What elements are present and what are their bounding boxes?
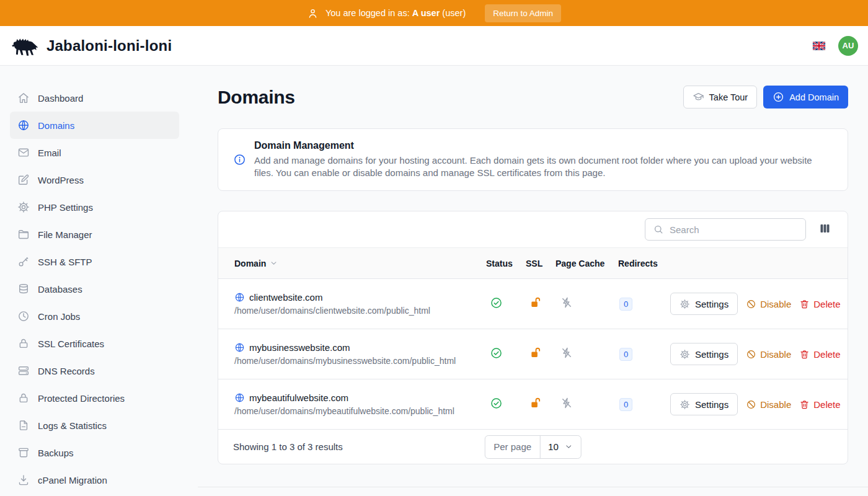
sidebar-item-file-manager[interactable]: File Manager bbox=[10, 221, 179, 248]
cog-icon bbox=[17, 201, 30, 213]
sidebar-item-label: SSL Certificates bbox=[38, 339, 104, 349]
sidebar-item-protected-directories[interactable]: Protected Directories bbox=[10, 384, 179, 412]
page-footer-divider bbox=[198, 487, 868, 487]
sidebar-item-label: Dashboard bbox=[38, 93, 83, 104]
globe-icon bbox=[234, 342, 245, 353]
chevron-down-icon bbox=[564, 442, 574, 451]
sidebar-item-php-settings[interactable]: PHP Settings bbox=[10, 193, 179, 221]
domain-name[interactable]: clientwebsite.com bbox=[249, 292, 322, 303]
page-cache-off-icon[interactable] bbox=[560, 296, 573, 309]
disable-button[interactable]: Disable bbox=[746, 349, 791, 360]
domains-table: Domain Status SSL Page Cache Redirects c… bbox=[218, 247, 848, 430]
gear-icon bbox=[680, 349, 690, 360]
brand[interactable]: Jabaloni-loni-loni bbox=[10, 34, 172, 58]
banner-text: You are logged in as: A user (user) bbox=[326, 8, 466, 18]
column-header-page-cache: Page Cache bbox=[556, 248, 618, 279]
sidebar-item-label: PHP Settings bbox=[38, 202, 93, 213]
page-cache-off-icon[interactable] bbox=[560, 347, 573, 359]
sidebar-item-backups[interactable]: Backups bbox=[10, 439, 179, 466]
add-domain-button[interactable]: Add Domain bbox=[763, 86, 848, 108]
domain-path: /home/user/domains/clientwebsite.com/pub… bbox=[234, 306, 486, 316]
search-icon bbox=[653, 224, 664, 235]
plus-circle-icon bbox=[773, 91, 784, 103]
sidebar-item-wordpress[interactable]: WordPress bbox=[10, 166, 179, 193]
domain-name[interactable]: mybeautifulwebsite.com bbox=[249, 392, 348, 403]
sidebar-item-databases[interactable]: Databases bbox=[10, 275, 179, 303]
take-tour-button[interactable]: Take Tour bbox=[683, 86, 758, 108]
globe-icon bbox=[17, 119, 30, 131]
globe-icon bbox=[234, 292, 245, 303]
redirects-badge[interactable]: 0 bbox=[619, 348, 632, 361]
view-columns-button[interactable] bbox=[817, 221, 833, 238]
info-card-body: Add and manage domains for your hosting … bbox=[254, 154, 833, 179]
archive-box-icon bbox=[17, 446, 30, 459]
delete-button[interactable]: Delete bbox=[799, 349, 840, 360]
top-bar: Jabaloni-loni-loni AU bbox=[0, 26, 868, 66]
sidebar-item-label: File Manager bbox=[38, 229, 92, 240]
sidebar-item-email[interactable]: Email bbox=[10, 139, 179, 166]
uk-flag-icon[interactable] bbox=[813, 42, 825, 50]
status-enabled-icon bbox=[490, 347, 503, 360]
user-icon bbox=[307, 7, 319, 19]
disable-button[interactable]: Disable bbox=[746, 399, 791, 410]
column-header-domain[interactable]: Domain bbox=[234, 259, 266, 268]
return-to-admin-button[interactable]: Return to Admin bbox=[485, 4, 561, 22]
globe-icon bbox=[234, 392, 245, 403]
info-icon bbox=[233, 153, 246, 166]
ssl-unlocked-icon[interactable] bbox=[528, 296, 542, 309]
ssl-unlocked-icon[interactable] bbox=[528, 396, 542, 410]
sidebar-item-dashboard[interactable]: Dashboard bbox=[10, 84, 179, 112]
sidebar-item-dns-records[interactable]: DNS Records bbox=[10, 357, 179, 384]
sort-chevron-icon bbox=[269, 259, 278, 268]
status-enabled-icon bbox=[490, 296, 503, 309]
search-input[interactable] bbox=[670, 224, 798, 235]
document-text-icon bbox=[17, 419, 30, 432]
domain-row: mybusinesswebsite.com/home/user/domains/… bbox=[218, 329, 848, 379]
sidebar-item-cpanel-migration[interactable]: cPanel Migration bbox=[10, 466, 179, 494]
sidebar-item-label: Protected Directories bbox=[38, 393, 125, 404]
sidebar-item-label: Databases bbox=[38, 284, 82, 294]
per-page-select[interactable]: Per page 10 bbox=[484, 435, 582, 459]
boar-logo-icon bbox=[10, 34, 38, 58]
settings-button[interactable]: Settings bbox=[670, 393, 738, 415]
table-header-row: Domain Status SSL Page Cache Redirects bbox=[218, 248, 848, 279]
domain-row: mybeautifulwebsite.com/home/user/domains… bbox=[218, 379, 848, 430]
domain-path: /home/user/domains/mybeautifulwebsite.co… bbox=[234, 406, 486, 416]
settings-button[interactable]: Settings bbox=[670, 343, 738, 365]
gear-icon bbox=[680, 299, 690, 309]
info-card: Domain Management Add and manage domains… bbox=[218, 128, 848, 191]
ssl-unlocked-icon[interactable] bbox=[528, 346, 542, 360]
sidebar-item-ssl-certificates[interactable]: SSL Certificates bbox=[10, 330, 179, 357]
gear-icon bbox=[680, 399, 690, 410]
sidebar-item-ssh-sftp[interactable]: SSH & SFTP bbox=[10, 248, 179, 275]
domains-table-card: Domain Status SSL Page Cache Redirects c… bbox=[218, 211, 848, 464]
sidebar: DashboardDomainsEmailWordPressPHP Settin… bbox=[0, 66, 198, 496]
column-header-ssl: SSL bbox=[526, 248, 556, 279]
domain-row: clientwebsite.com/home/user/domains/clie… bbox=[218, 279, 848, 329]
domain-name[interactable]: mybusinesswebsite.com bbox=[249, 342, 350, 353]
server-stack-icon bbox=[17, 365, 30, 377]
folder-icon bbox=[17, 228, 30, 241]
sidebar-item-label: SSH & SFTP bbox=[38, 257, 92, 267]
info-card-title: Domain Management bbox=[254, 140, 833, 151]
settings-button[interactable]: Settings bbox=[670, 293, 738, 315]
key-icon bbox=[17, 255, 30, 268]
page-cache-off-icon[interactable] bbox=[560, 397, 573, 409]
sidebar-item-domains[interactable]: Domains bbox=[10, 112, 179, 139]
database-icon bbox=[17, 283, 30, 295]
disable-button[interactable]: Disable bbox=[746, 299, 791, 309]
avatar[interactable]: AU bbox=[838, 36, 858, 56]
main-content: Domains Take Tour Add Domain Domain Mana… bbox=[198, 66, 868, 496]
brand-name: Jabaloni-loni-loni bbox=[46, 37, 172, 55]
sidebar-item-label: Domains bbox=[38, 120, 74, 131]
graduation-cap-icon bbox=[693, 91, 704, 103]
sidebar-item-logs-statistics[interactable]: Logs & Statistics bbox=[10, 412, 179, 439]
redirects-badge[interactable]: 0 bbox=[619, 398, 632, 411]
lock-icon bbox=[17, 392, 30, 404]
redirects-badge[interactable]: 0 bbox=[619, 298, 632, 311]
lock-icon bbox=[17, 337, 30, 350]
delete-button[interactable]: Delete bbox=[799, 299, 840, 309]
delete-button[interactable]: Delete bbox=[799, 399, 840, 410]
sidebar-item-cron-jobs[interactable]: Cron Jobs bbox=[10, 303, 179, 330]
trash-icon bbox=[799, 399, 810, 410]
